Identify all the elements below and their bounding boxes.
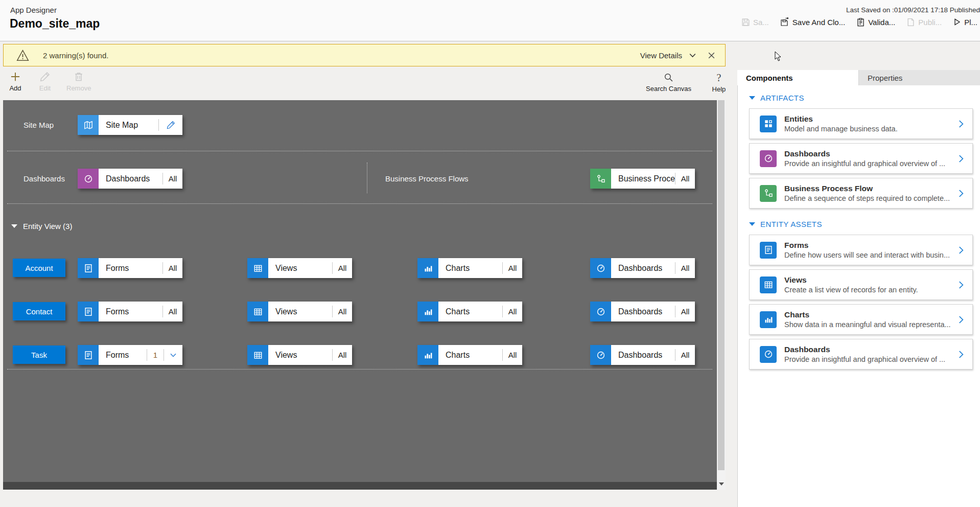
dashboards-tile[interactable]: Dashboards All <box>78 169 182 189</box>
gauge-icon <box>78 169 99 189</box>
tile-scope[interactable]: All <box>675 302 695 321</box>
triangle-down-icon <box>11 224 17 228</box>
form-icon <box>78 345 99 365</box>
contact-views-tile[interactable]: Views All <box>247 302 352 321</box>
close-icon <box>707 51 716 60</box>
component-card-business-process-flow[interactable]: Business Process Flow Define a sequence … <box>749 178 973 209</box>
play-button[interactable]: Pl... <box>953 18 977 27</box>
publish-icon <box>906 18 915 27</box>
remove-button[interactable]: Remove <box>63 71 94 93</box>
card-description: Show data in a meaningful and visual rep… <box>784 320 953 330</box>
tile-label: Dashboards <box>611 302 675 321</box>
view-details-label: View Details <box>640 51 682 60</box>
chart-icon <box>417 302 438 321</box>
chart-icon <box>417 345 438 365</box>
canvas-scrollbar[interactable] <box>717 100 726 490</box>
bpf-tile[interactable]: Business Proces... All <box>590 169 695 189</box>
trash-icon <box>74 72 84 82</box>
add-icon <box>10 72 20 82</box>
tile-count[interactable]: 1 <box>147 345 164 365</box>
component-card-dashboards[interactable]: Dashboards Provide an insightful and gra… <box>749 143 973 174</box>
contact-forms-tile[interactable]: Forms All <box>78 302 182 321</box>
validate-icon <box>856 18 865 27</box>
play-icon <box>953 18 961 26</box>
table-icon <box>247 345 268 365</box>
edit-button[interactable]: Edit <box>34 71 56 93</box>
save-icon <box>741 18 750 27</box>
tile-label: Views <box>268 302 332 321</box>
tile-scope[interactable]: All <box>503 345 522 365</box>
form-icon <box>78 258 99 278</box>
close-banner-button[interactable] <box>707 51 716 60</box>
gauge-icon <box>590 302 611 321</box>
search-canvas-button[interactable]: Search Canvas <box>643 72 694 94</box>
entity-button-account[interactable]: Account <box>13 259 65 277</box>
task-views-tile[interactable]: Views All <box>247 345 352 365</box>
card-description: Provide an insightful and graphical over… <box>784 355 953 364</box>
account-forms-tile[interactable]: Forms All <box>78 258 182 278</box>
component-card-entity-dashboards[interactable]: Dashboards Provide an insightful and gra… <box>749 339 973 370</box>
publish-label: Publi... <box>918 18 942 27</box>
tile-scope[interactable]: All <box>333 258 352 278</box>
designer-canvas: Site Map Site Map Dashboards Dashboards … <box>3 100 726 490</box>
entity-button-task[interactable]: Task <box>13 345 65 364</box>
tile-label: Charts <box>438 345 502 365</box>
tile-scope[interactable]: All <box>163 258 182 278</box>
tile-scope[interactable]: All <box>503 258 522 278</box>
canvas-surface[interactable]: Site Map Site Map Dashboards Dashboards … <box>3 100 717 490</box>
tile-label: Dashboards <box>611 345 675 365</box>
tile-scope[interactable]: All <box>675 258 695 278</box>
contact-charts-tile[interactable]: Charts All <box>417 302 522 321</box>
artifacts-section-toggle[interactable]: ARTIFACTS <box>749 94 980 102</box>
add-button[interactable]: Add <box>4 71 27 93</box>
task-dashboards-tile[interactable]: Dashboards All <box>590 345 695 365</box>
last-saved-status: Last Saved on :01/09/2021 17:18 Publishe… <box>846 6 980 14</box>
entity-assets-section-toggle[interactable]: ENTITY ASSETS <box>749 220 980 228</box>
component-card-views[interactable]: Views Create a list view of records for … <box>749 269 973 300</box>
forms-dropdown-button[interactable] <box>164 345 182 365</box>
component-card-forms[interactable]: Forms Define how users will see and inte… <box>749 235 973 265</box>
account-views-tile[interactable]: Views All <box>247 258 352 278</box>
edit-sitemap-button[interactable] <box>159 115 182 135</box>
scrollbar-thumb[interactable] <box>718 100 725 470</box>
remove-label: Remove <box>66 84 91 92</box>
contact-dashboards-tile[interactable]: Dashboards All <box>590 302 695 321</box>
save-and-close-label: Save And Clo... <box>792 18 845 27</box>
help-button[interactable]: ? Help <box>708 72 730 94</box>
save-button[interactable]: Sa... <box>741 18 769 27</box>
task-forms-tile[interactable]: Forms 1 <box>78 345 182 365</box>
tab-components[interactable]: Components <box>737 70 858 85</box>
view-details-button[interactable]: View Details <box>640 51 697 60</box>
scrollbar-down-button[interactable] <box>717 479 726 489</box>
component-card-entities[interactable]: Entities Model and manage business data. <box>749 108 973 139</box>
table-icon <box>247 258 268 278</box>
publish-button[interactable]: Publi... <box>906 18 942 27</box>
command-bar: Add Edit Remove Search Canvas ? Help <box>0 67 735 99</box>
validate-button[interactable]: Valida... <box>856 18 895 27</box>
sitemap-tile[interactable]: Site Map <box>78 115 182 135</box>
save-and-close-button[interactable]: Save And Clo... <box>780 17 845 27</box>
tile-scope[interactable]: All <box>503 302 522 321</box>
account-dashboards-tile[interactable]: Dashboards All <box>590 258 695 278</box>
tile-scope[interactable]: All <box>675 169 695 189</box>
entity-view-label: Entity View (3) <box>23 222 72 231</box>
account-charts-tile[interactable]: Charts All <box>417 258 522 278</box>
card-description: Define a sequence of steps required to c… <box>784 194 953 203</box>
task-charts-tile[interactable]: Charts All <box>417 345 522 365</box>
tile-scope[interactable]: All <box>163 169 182 189</box>
component-card-charts[interactable]: Charts Show data in a meaningful and vis… <box>749 304 973 335</box>
tile-scope[interactable]: All <box>675 345 695 365</box>
tile-label: Forms <box>99 345 147 365</box>
tab-properties[interactable]: Properties <box>858 70 980 85</box>
tile-scope[interactable]: All <box>163 302 182 321</box>
tile-label: Dashboards <box>611 258 675 278</box>
add-label: Add <box>9 84 21 92</box>
search-icon <box>664 73 673 82</box>
tile-scope[interactable]: All <box>333 345 352 365</box>
entity-view-toggle[interactable]: Entity View (3) <box>11 222 72 231</box>
entity-button-contact[interactable]: Contact <box>13 302 65 320</box>
warning-message: 2 warning(s) found. <box>43 51 108 60</box>
sitemap-row-label: Site Map <box>24 115 54 135</box>
header-toolbar: Sa... Save And Clo... Valida... Publi...… <box>741 17 977 27</box>
tile-scope[interactable]: All <box>333 302 352 321</box>
